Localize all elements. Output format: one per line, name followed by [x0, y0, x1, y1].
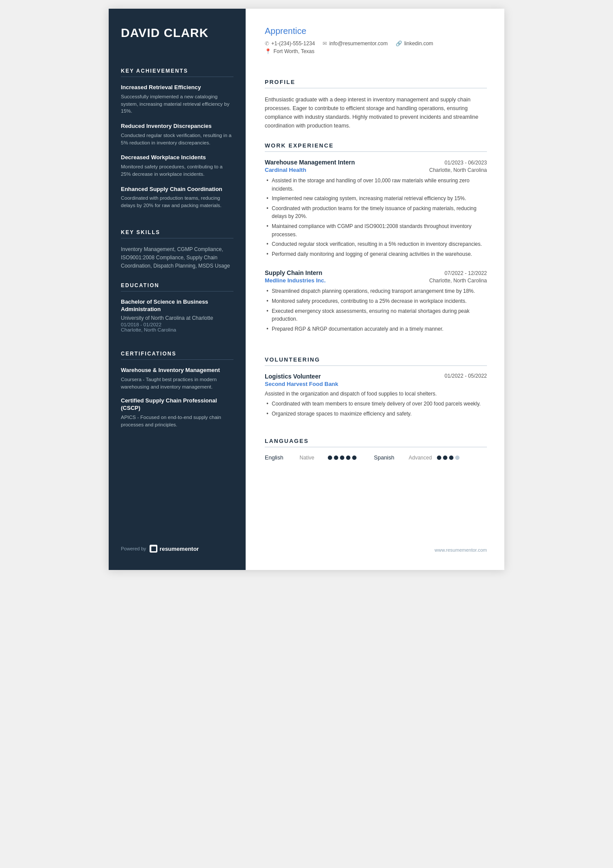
work-entry-2: Supply Chain Intern 07/2022 - 12/2022 Me…: [265, 269, 487, 335]
achievement-item-4: Enhanced Supply Chain Coordination Coord…: [121, 186, 233, 209]
work-company-row-1: Cardinal Health Charlotte, North Carolin…: [265, 167, 487, 173]
resume-document: DAVID CLARK KEY ACHIEVEMENTS Increased R…: [109, 9, 504, 570]
work-title-1: Warehouse Management Intern: [265, 159, 355, 166]
dot-s4: [455, 456, 460, 460]
vol-title-1: Logistics Volunteer: [265, 373, 321, 380]
certifications-section-title: CERTIFICATIONS: [121, 351, 233, 360]
phone-icon: ✆: [265, 40, 269, 47]
website-label: www.resumementor.com: [435, 547, 487, 553]
work-location-2: Charlotte, North Carolina: [429, 278, 487, 284]
bullet-1-6: Performed daily monitoring and logging o…: [265, 250, 487, 258]
contact-row-2: 📍 Fort Worth, Texas: [265, 48, 487, 54]
lang-level-english: Native: [300, 455, 323, 461]
languages-section-title: LANGUAGES: [265, 438, 487, 447]
candidate-name: DAVID CLARK: [121, 26, 233, 40]
vol-org-1: Second Harvest Food Bank: [265, 381, 487, 387]
contact-phone: ✆ +1-(234)-555-1234: [265, 40, 315, 47]
lang-dots-spanish: [437, 456, 460, 460]
work-title-2: Supply Chain Intern: [265, 269, 322, 276]
lang-item-spanish: Spanish Advanced: [374, 454, 460, 461]
work-company-2: Medline Industries Inc.: [265, 277, 326, 284]
logo-icon-inner: [151, 546, 156, 551]
bullet-1-2: Implemented new cataloging system, incre…: [265, 194, 487, 203]
bullet-2-2: Monitored safety procedures, contributin…: [265, 297, 487, 305]
work-company-1: Cardinal Health: [265, 167, 306, 173]
bullet-2-3: Executed emergency stock assessments, en…: [265, 307, 487, 323]
logo-icon: [150, 545, 157, 553]
bullet-1-4: Maintained compliance with CGMP and ISO9…: [265, 222, 487, 238]
sidebar: DAVID CLARK KEY ACHIEVEMENTS Increased R…: [109, 9, 246, 570]
vol-header-1: Logistics Volunteer 01/2022 - 05/2022: [265, 373, 487, 380]
main-footer: www.resumementor.com: [265, 534, 487, 553]
dot-s3: [449, 456, 453, 460]
achievements-section-title: KEY ACHIEVEMENTS: [121, 68, 233, 77]
resumementor-logo: resumementor: [150, 545, 199, 553]
dot-s1: [437, 456, 441, 460]
volunteering-section-title: VOLUNTEERING: [265, 356, 487, 366]
logo-text: resumementor: [160, 546, 199, 552]
achievements-list: Increased Retrieval Efficiency Successfu…: [121, 84, 233, 217]
bullet-1-5: Conducted regular stock verification, re…: [265, 240, 487, 248]
edu-item-1: Bachelor of Science in Business Administ…: [121, 298, 233, 332]
lang-level-spanish: Advanced: [409, 455, 433, 461]
bullet-1-1: Assisted in the storage and handling of …: [265, 177, 487, 193]
vol-date-1: 01/2022 - 05/2022: [445, 373, 487, 380]
dot-e3: [340, 456, 344, 460]
languages-row: English Native Spanish Advanced: [265, 454, 487, 461]
email-icon: ✉: [323, 40, 327, 47]
vol-entry-1: Logistics Volunteer 01/2022 - 05/2022 Se…: [265, 373, 487, 419]
work-section-title: WORK EXPERIENCE: [265, 142, 487, 152]
contact-row-1: ✆ +1-(234)-555-1234 ✉ info@resumementor.…: [265, 40, 487, 47]
work-header-2: Supply Chain Intern 07/2022 - 12/2022: [265, 269, 487, 276]
cert-item-2: Certified Supply Chain Professional (CSC…: [121, 397, 233, 428]
contact-linkedin: 🔗 linkedin.com: [396, 40, 433, 47]
vol-bullet-1-2: Organized storage spaces to maximize eff…: [265, 410, 487, 418]
bullet-1-3: Coordinated with production teams for th…: [265, 204, 487, 221]
profile-section-title: PROFILE: [265, 79, 487, 88]
work-bullets-1: Assisted in the storage and handling of …: [265, 177, 487, 258]
work-bullets-2: Streamlined dispatch planning operations…: [265, 287, 487, 333]
lang-name-english: English: [265, 454, 295, 461]
powered-by-label: Powered by: [121, 546, 146, 551]
work-date-1: 01/2023 - 06/2023: [445, 160, 487, 166]
education-section-title: EDUCATION: [121, 282, 233, 292]
dot-e4: [346, 456, 350, 460]
lang-dots-english: [328, 456, 356, 460]
vol-bullets-1: Coordinated with team members to ensure …: [265, 400, 487, 418]
skills-text: Inventory Management, CGMP Compliance, I…: [121, 245, 233, 271]
dot-e1: [328, 456, 332, 460]
achievement-item-1: Increased Retrieval Efficiency Successfu…: [121, 84, 233, 115]
main-header: Apprentice ✆ +1-(234)-555-1234 ✉ info@re…: [265, 26, 487, 56]
work-header-1: Warehouse Management Intern 01/2023 - 06…: [265, 159, 487, 166]
bullet-2-1: Streamlined dispatch planning operations…: [265, 287, 487, 295]
achievement-item-2: Reduced Inventory Discrepancies Conducte…: [121, 123, 233, 146]
dot-s2: [443, 456, 447, 460]
lang-item-english: English Native: [265, 454, 356, 461]
lang-name-spanish: Spanish: [374, 454, 404, 461]
location-icon: 📍: [265, 48, 271, 54]
vol-desc-1: Assisted in the organization and dispatc…: [265, 390, 487, 398]
vol-bullet-1-1: Coordinated with team members to ensure …: [265, 400, 487, 408]
work-date-2: 07/2022 - 12/2022: [445, 270, 487, 276]
main-content: Apprentice ✆ +1-(234)-555-1234 ✉ info@re…: [246, 9, 504, 570]
job-title: Apprentice: [265, 26, 487, 36]
cert-item-1: Warehouse & Inventory Management Courser…: [121, 367, 233, 390]
dot-e2: [334, 456, 338, 460]
bullet-2-4: Prepared RGP & NRGP documentation accura…: [265, 325, 487, 333]
contact-location: 📍 Fort Worth, Texas: [265, 48, 314, 54]
sidebar-footer: Powered by resumementor: [121, 532, 233, 553]
skills-section-title: KEY SKILLS: [121, 229, 233, 238]
work-company-row-2: Medline Industries Inc. Charlotte, North…: [265, 277, 487, 284]
linkedin-icon: 🔗: [396, 40, 402, 47]
work-entry-1: Warehouse Management Intern 01/2023 - 06…: [265, 159, 487, 260]
certifications-list: Warehouse & Inventory Management Courser…: [121, 367, 233, 435]
work-location-1: Charlotte, North Carolina: [429, 167, 487, 173]
dot-e5: [352, 456, 356, 460]
contact-email: ✉ info@resumementor.com: [323, 40, 387, 47]
education-list: Bachelor of Science in Business Administ…: [121, 298, 233, 338]
achievement-item-3: Decreased Workplace Incidents Monitored …: [121, 154, 233, 178]
profile-text: Enthusiastic graduate with a deep intere…: [265, 95, 487, 130]
